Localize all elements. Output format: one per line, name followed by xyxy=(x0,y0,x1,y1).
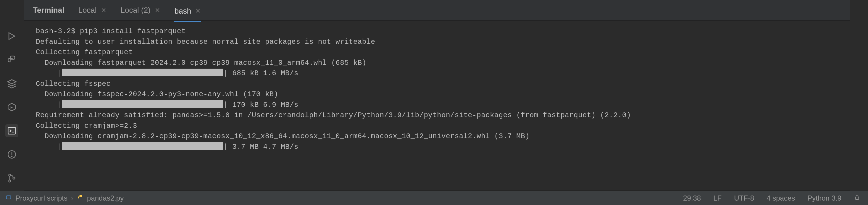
progress-close: | xyxy=(223,101,228,109)
svg-point-4 xyxy=(8,174,11,176)
breadcrumb[interactable]: Proxycurl scripts › pandas2.py xyxy=(5,194,124,202)
breadcrumb-project: Proxycurl scripts xyxy=(16,194,67,202)
prompt: bash-3.2$ xyxy=(36,27,75,35)
progress-bar xyxy=(62,69,223,76)
svg-point-6 xyxy=(13,177,15,179)
svg-point-0 xyxy=(10,57,11,57)
output-line: Collecting fastparquet xyxy=(36,48,133,56)
svg-rect-7 xyxy=(6,196,11,199)
status-caret[interactable]: 29:38 xyxy=(683,194,701,202)
activity-bar xyxy=(0,0,24,191)
svg-point-8 xyxy=(79,195,80,196)
close-icon[interactable]: ✕ xyxy=(101,6,106,14)
svg-point-3 xyxy=(11,156,12,156)
progress-indent: | xyxy=(36,101,62,109)
output-line: Downloading cramjam-2.8.2-cp39-cp39-maco… xyxy=(36,132,530,140)
close-icon[interactable]: ✕ xyxy=(155,6,160,14)
output-line: Collecting cramjam>=2.3 xyxy=(36,122,137,130)
tab-local-2[interactable]: Local (2) ✕ xyxy=(120,4,161,16)
progress-close: | xyxy=(223,69,228,77)
output-line: Requirement already satisfied: pandas>=1… xyxy=(36,111,631,119)
tab-label: Local xyxy=(78,6,96,15)
chevron-right-icon: › xyxy=(71,194,73,202)
output-line: Downloading fastparquet-2024.2.0-cp39-cp… xyxy=(36,59,367,67)
output-line: Collecting fsspec xyxy=(36,80,111,88)
vcs-icon[interactable] xyxy=(5,172,18,184)
status-interpreter[interactable]: Python 3.9 xyxy=(807,194,841,202)
folder-icon xyxy=(5,194,12,202)
output-line: Downloading fsspec-2024.2.0-py3-none-any… xyxy=(36,90,278,98)
panel-title: Terminal xyxy=(33,6,64,15)
status-encoding[interactable]: UTF-8 xyxy=(734,194,754,202)
breadcrumb-file: pandas2.py xyxy=(87,194,124,202)
status-indent[interactable]: 4 spaces xyxy=(767,194,795,202)
tab-local[interactable]: Local ✕ xyxy=(78,4,106,16)
lock-icon[interactable] xyxy=(854,194,860,202)
terminal-icon[interactable] xyxy=(5,124,18,137)
tab-label: bash xyxy=(175,6,191,16)
svg-rect-1 xyxy=(8,127,16,134)
status-line-separator[interactable]: LF xyxy=(713,194,721,202)
run-icon[interactable] xyxy=(5,30,18,42)
problems-icon[interactable] xyxy=(5,148,18,161)
progress-bar xyxy=(62,100,223,108)
services-icon[interactable] xyxy=(5,100,18,114)
progress-stats: 170 kB 6.9 MB/s xyxy=(228,101,298,109)
tab-bash[interactable]: bash ✕ xyxy=(174,5,201,22)
progress-stats: 685 kB 1.6 MB/s xyxy=(228,69,298,77)
terminal-tabs: Terminal Local ✕ Local (2) ✕ bash ✕ xyxy=(24,0,850,21)
python-console-icon[interactable] xyxy=(5,53,18,66)
svg-point-5 xyxy=(8,180,11,182)
close-icon[interactable]: ✕ xyxy=(195,7,200,15)
progress-indent: | xyxy=(36,143,62,151)
command: pip3 install fastparquet xyxy=(80,27,186,35)
progress-indent: | xyxy=(36,69,62,77)
terminal-panel: Terminal Local ✕ Local (2) ✕ bash ✕ bash… xyxy=(24,0,850,191)
status-bar: Proxycurl scripts › pandas2.py 29:38 LF … xyxy=(0,191,868,205)
python-file-icon xyxy=(77,194,84,202)
packages-icon[interactable] xyxy=(5,77,18,90)
progress-stats: 3.7 MB 4.7 MB/s xyxy=(228,143,298,151)
terminal-output[interactable]: bash-3.2$ pip3 install fastparquet Defau… xyxy=(24,21,850,191)
tab-label: Local (2) xyxy=(121,6,151,15)
svg-rect-9 xyxy=(856,197,859,199)
progress-close: | xyxy=(223,143,228,151)
output-line: Defaulting to user installation because … xyxy=(36,38,375,46)
progress-bar xyxy=(62,142,223,150)
